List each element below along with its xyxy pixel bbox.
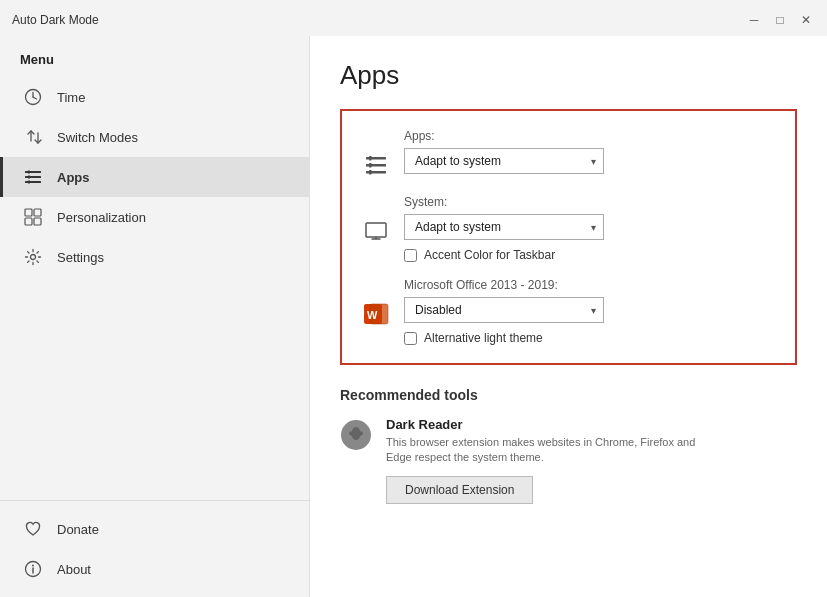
window-controls: ─ □ ✕ [745,11,815,29]
system-controls: System: Adapt to system Always dark Alwa… [404,195,775,262]
apps-label: Apps: [404,129,775,143]
svg-point-33 [353,431,359,437]
svg-text:W: W [367,309,378,321]
heart-icon [23,519,43,539]
svg-rect-24 [369,170,372,175]
settings-box: Apps: Adapt to system Always dark Always… [340,109,797,365]
system-setting-row: System: Adapt to system Always dark Alwa… [362,195,775,262]
maximize-button[interactable]: □ [771,11,789,29]
close-button[interactable]: ✕ [797,11,815,29]
taskbar-checkbox[interactable] [404,249,417,262]
svg-rect-25 [366,223,386,237]
svg-rect-6 [25,176,41,178]
sidebar-item-settings-label: Settings [57,250,104,265]
sidebar-item-about[interactable]: About [0,549,309,589]
dark-reader-icon [340,419,372,451]
office-setting-group: W Microsoft Office 2013 - 2019: Disabled… [362,278,775,345]
alt-theme-checkbox-row: Alternative light theme [404,331,775,345]
svg-rect-23 [369,163,372,168]
svg-rect-5 [25,171,41,173]
page-title: Apps [340,60,797,91]
sidebar-item-about-label: About [57,562,91,577]
recommended-section: Recommended tools Dark Reader This brows… [340,387,797,504]
system-select[interactable]: Adapt to system Always dark Always light [404,214,604,240]
alt-theme-checkbox-label: Alternative light theme [424,331,543,345]
sidebar-item-donate-label: Donate [57,522,99,537]
app-body: Menu Time Switch Mod [0,36,827,597]
apps-controls: Apps: Adapt to system Always dark Always… [404,129,775,174]
svg-rect-14 [34,218,41,225]
svg-rect-7 [25,181,41,183]
svg-rect-22 [369,156,372,161]
office-controls: Microsoft Office 2013 - 2019: Disabled A… [404,278,775,345]
system-icon [362,217,390,245]
menu-label: Menu [0,36,309,77]
apps-setting-group: Apps: Adapt to system Always dark Always… [362,129,775,179]
sidebar-item-settings[interactable]: Settings [0,237,309,277]
svg-rect-13 [25,218,32,225]
apps-list-icon [362,151,390,179]
taskbar-checkbox-row: Accent Color for Taskbar [404,248,775,262]
sidebar-item-personalization[interactable]: Personalization [0,197,309,237]
sidebar-item-donate[interactable]: Donate [0,509,309,549]
svg-rect-9 [28,176,30,179]
recommended-title: Recommended tools [340,387,797,403]
svg-line-2 [33,97,37,99]
system-label: System: [404,195,775,209]
apps-select[interactable]: Adapt to system Always dark Always light [404,148,604,174]
info-icon [23,559,43,579]
tool-description: This browser extension makes websites in… [386,435,706,466]
personalization-icon [23,207,43,227]
svg-rect-8 [28,171,30,174]
svg-point-15 [31,255,36,260]
alt-theme-checkbox[interactable] [404,332,417,345]
office-icon: W [362,300,390,328]
svg-point-18 [32,565,34,567]
sidebar-item-apps-label: Apps [57,170,90,185]
svg-rect-12 [34,209,41,216]
switch-icon [23,127,43,147]
settings-icon [23,247,43,267]
app-title: Auto Dark Mode [12,13,99,27]
sidebar: Menu Time Switch Mod [0,36,310,597]
tool-name: Dark Reader [386,417,797,432]
sidebar-item-switch-modes-label: Switch Modes [57,130,138,145]
sidebar-item-personalization-label: Personalization [57,210,146,225]
taskbar-checkbox-label: Accent Color for Taskbar [424,248,555,262]
office-select-wrapper: Disabled Always dark Always light ▾ [404,297,604,323]
svg-rect-10 [28,181,30,184]
minimize-button[interactable]: ─ [745,11,763,29]
office-setting-row: W Microsoft Office 2013 - 2019: Disabled… [362,278,775,345]
title-bar: Auto Dark Mode ─ □ ✕ [0,0,827,36]
svg-rect-11 [25,209,32,216]
system-select-wrapper: Adapt to system Always dark Always light… [404,214,604,240]
apps-icon [23,167,43,187]
office-label: Microsoft Office 2013 - 2019: [404,278,775,292]
tool-row: Dark Reader This browser extension makes… [340,417,797,504]
main-content: Apps [310,36,827,597]
sidebar-item-switch-modes[interactable]: Switch Modes [0,117,309,157]
apps-setting-row: Apps: Adapt to system Always dark Always… [362,129,775,179]
tool-info: Dark Reader This browser extension makes… [386,417,797,504]
clock-icon [23,87,43,107]
apps-select-wrapper: Adapt to system Always dark Always light… [404,148,604,174]
sidebar-item-time-label: Time [57,90,85,105]
system-setting-group: System: Adapt to system Always dark Alwa… [362,195,775,262]
download-extension-button[interactable]: Download Extension [386,476,533,504]
sidebar-bottom: Donate About [0,500,309,597]
office-select[interactable]: Disabled Always dark Always light [404,297,604,323]
sidebar-item-apps[interactable]: Apps [0,157,309,197]
sidebar-item-time[interactable]: Time [0,77,309,117]
